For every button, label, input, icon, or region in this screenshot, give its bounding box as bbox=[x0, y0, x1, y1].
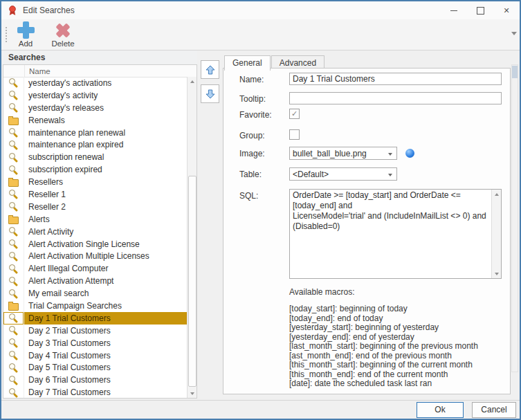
sql-scrollbar[interactable] bbox=[491, 190, 501, 278]
image-dropdown[interactable]: bullet_ball_blue.png bbox=[289, 147, 397, 160]
folder-icon bbox=[8, 303, 19, 311]
favorite-checkbox[interactable] bbox=[289, 109, 300, 119]
close-button[interactable] bbox=[493, 1, 520, 19]
search-icon bbox=[9, 351, 18, 360]
list-scrollbar[interactable] bbox=[187, 77, 196, 398]
cancel-button[interactable]: Cancel bbox=[472, 402, 516, 418]
list-item[interactable]: My email search bbox=[3, 287, 188, 300]
list-item-icon-cell bbox=[3, 102, 24, 114]
scroll-thumb[interactable] bbox=[188, 176, 196, 387]
add-button[interactable]: Add bbox=[8, 21, 43, 48]
delete-button[interactable]: Delete bbox=[46, 21, 80, 48]
list-item[interactable]: Alert Activation Attempt bbox=[3, 275, 188, 287]
list-item-icon-cell bbox=[3, 300, 24, 312]
list-item[interactable]: Resellers bbox=[3, 176, 188, 188]
sql-editor[interactable]: OrderDate >= [today_start] and OrderDate… bbox=[289, 189, 502, 279]
sql-text[interactable]: OrderDate >= [today_start] and OrderDate… bbox=[290, 190, 492, 278]
move-down-button[interactable] bbox=[201, 84, 219, 103]
minimize-button[interactable] bbox=[441, 1, 467, 19]
search-icon bbox=[9, 277, 18, 286]
panel-scroll-thumb[interactable] bbox=[512, 66, 518, 78]
list-item-icon-cell bbox=[3, 275, 24, 287]
tooltip-label: Tooltip: bbox=[239, 94, 266, 104]
list-item[interactable]: Alert Activation Multiple Licenses bbox=[3, 250, 188, 262]
ok-button[interactable]: Ok bbox=[417, 402, 464, 418]
list-item-label: yesterday's activations bbox=[24, 77, 188, 89]
list-item-label: Alert Activation Single License bbox=[24, 238, 188, 250]
toolbar-grip[interactable] bbox=[6, 27, 7, 42]
list-item[interactable]: Day 2 Trial Customers bbox=[3, 325, 188, 337]
list-item-label: Day 6 Trial Customers bbox=[24, 374, 188, 386]
list-item-icon-cell bbox=[3, 188, 24, 201]
list-item-icon-cell bbox=[3, 114, 24, 127]
list-item[interactable]: yesterday's releases bbox=[3, 102, 188, 114]
macro-line: [today_start]: beginning of today bbox=[289, 304, 478, 314]
list-item-icon-cell bbox=[3, 349, 24, 362]
panel-scrollbar[interactable] bbox=[511, 64, 518, 372]
arrow-down-icon bbox=[205, 89, 216, 100]
folder-icon bbox=[8, 118, 19, 125]
general-tab-page: Name: Tooltip: Favorite: Group: Image: b… bbox=[223, 68, 511, 394]
sql-label: SQL: bbox=[239, 191, 258, 201]
list-item-label: Reseller 2 bbox=[24, 201, 188, 213]
name-label: Name: bbox=[239, 75, 264, 84]
name-input[interactable] bbox=[289, 73, 502, 85]
list-item-icon-cell bbox=[3, 226, 24, 238]
list-item[interactable]: maintenance plan renewal bbox=[3, 127, 188, 139]
list-item[interactable]: Alert Illegal Computer bbox=[3, 262, 188, 275]
list-item-label: Day 4 Trial Customers bbox=[24, 349, 188, 362]
macro-line: [this_month_start]: beginning of the cur… bbox=[289, 360, 478, 370]
move-button-strip bbox=[197, 51, 223, 400]
list-item-label: Day 3 Trial Customers bbox=[24, 337, 188, 349]
list-item[interactable]: Alert Activity bbox=[3, 226, 188, 238]
window-controls bbox=[441, 1, 520, 19]
list-item[interactable]: Day 7 Trial Customers bbox=[3, 386, 188, 398]
list-item[interactable]: yesterday's activations bbox=[3, 77, 188, 89]
tab-general[interactable]: General bbox=[224, 55, 271, 71]
macro-line: [yesterday_end]: end of yesterday bbox=[289, 333, 478, 343]
list-item[interactable]: Trial Campaign Searches bbox=[3, 300, 188, 312]
name-column-header[interactable]: Name bbox=[25, 67, 196, 75]
list-item-icon-cell bbox=[3, 238, 24, 250]
macro-line: [date]: date the scheduled task last ran bbox=[289, 379, 478, 389]
move-up-button[interactable] bbox=[201, 60, 219, 79]
list-item-icon-cell bbox=[3, 250, 24, 262]
list-item[interactable]: Reseller 1 bbox=[3, 188, 188, 201]
list-item[interactable]: Alerts bbox=[3, 213, 188, 226]
list-item[interactable]: Reseller 2 bbox=[3, 201, 188, 213]
list-item-label: Day 7 Trial Customers bbox=[24, 386, 188, 398]
list-item-icon-cell bbox=[3, 312, 24, 325]
search-icon bbox=[9, 252, 18, 261]
tooltip-input[interactable] bbox=[289, 92, 502, 104]
list-item-icon-cell bbox=[3, 337, 24, 349]
list-item[interactable]: subscription expired bbox=[3, 163, 188, 176]
list-item[interactable]: Renewals bbox=[3, 114, 188, 127]
list-item[interactable]: Day 5 Trial Customers bbox=[3, 361, 188, 374]
list-item[interactable]: yesterday's activity bbox=[3, 89, 188, 102]
macros-title: Available macros: bbox=[289, 287, 355, 297]
group-checkbox[interactable] bbox=[289, 129, 300, 140]
list-item-label: Reseller 1 bbox=[24, 188, 188, 201]
list-item[interactable]: Day 4 Trial Customers bbox=[3, 349, 188, 362]
grid-header: Name bbox=[3, 65, 196, 77]
toolbar-overflow-icon[interactable] bbox=[511, 32, 517, 35]
list-item[interactable]: Day 6 Trial Customers bbox=[3, 374, 188, 386]
scroll-down-icon[interactable] bbox=[188, 389, 196, 398]
footer: Ok Cancel bbox=[1, 400, 520, 419]
maximize-button[interactable] bbox=[467, 1, 493, 19]
folder-icon bbox=[8, 217, 19, 224]
search-icon bbox=[9, 239, 18, 248]
sql-scroll-up-icon[interactable] bbox=[492, 190, 501, 199]
list-item-label: Day 5 Trial Customers bbox=[24, 361, 188, 374]
list-item[interactable]: maintenance plan expired bbox=[3, 138, 188, 151]
search-icon bbox=[9, 128, 18, 137]
delete-x-icon bbox=[55, 21, 72, 39]
sql-scroll-down-icon[interactable] bbox=[492, 269, 501, 278]
scroll-up-icon[interactable] bbox=[188, 77, 196, 86]
table-label: Table: bbox=[239, 170, 262, 179]
list-item[interactable]: Alert Activation Single License bbox=[3, 238, 188, 250]
list-item[interactable]: Day 3 Trial Customers bbox=[3, 337, 188, 349]
list-item[interactable]: Day 1 Trial Customers bbox=[3, 312, 188, 325]
table-dropdown[interactable]: <Default> bbox=[289, 167, 397, 181]
list-item[interactable]: subscription renewal bbox=[3, 151, 188, 163]
